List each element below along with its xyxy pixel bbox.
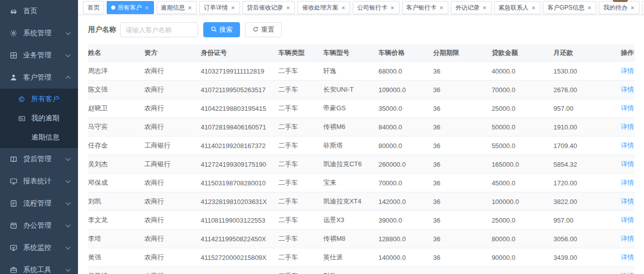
table-cell: 1910.00 (553, 118, 605, 136)
table-row: 李培农商行41142119950822450X二手车传祺M8128800.036… (88, 230, 635, 248)
table-action-cell: 详情 (605, 136, 635, 155)
table-action-cell: 详情 (605, 174, 635, 192)
tab-home[interactable]: 首页 (83, 1, 104, 14)
table-cell: 55000.0 (492, 136, 553, 155)
details-link[interactable]: 详情 (621, 67, 634, 75)
details-link[interactable]: 详情 (621, 86, 634, 93)
sidebar-item-customer-management[interactable]: 客户管理 (0, 66, 78, 89)
table-cell: 36 (433, 267, 492, 274)
close-icon[interactable]: × (390, 5, 395, 11)
gear-icon (9, 29, 18, 38)
sidebar-item-system-tools[interactable]: 系统工具 (0, 259, 78, 274)
table-cell: 36 (433, 248, 492, 267)
close-icon[interactable]: × (188, 5, 193, 11)
table-cell: 100000.0 (492, 192, 553, 211)
table-cell: 410327199111112819 (201, 62, 278, 81)
sidebar-item-label: 所有客户 (31, 95, 59, 104)
tab-collection-plans[interactable]: 催收处理方案× (297, 1, 350, 14)
active-tab-dot-icon (111, 6, 115, 10)
close-icon[interactable]: × (341, 5, 346, 11)
details-link[interactable]: 详情 (621, 160, 634, 168)
sidebar-item-system-monitoring[interactable]: 系统监控 (0, 237, 78, 259)
sidebar-item-process-management[interactable]: 流程管理 (0, 192, 78, 215)
tab-customer-gps-info[interactable]: 客户GPS信息× (543, 1, 596, 14)
sidebar-item-post-loan-management[interactable]: 贷后管理 (0, 148, 78, 170)
table-action-cell: 详情 (605, 155, 635, 174)
close-icon[interactable]: × (531, 5, 536, 11)
sidebar-item-overdue-info[interactable]: 逾期信息 (0, 128, 78, 147)
table-cell: 36 (433, 211, 492, 230)
sidebar-item-label: 报表统计 (23, 177, 51, 186)
chevron-up-icon (66, 76, 71, 81)
details-link[interactable]: 详情 (621, 197, 634, 205)
sidebar-item-office-management[interactable]: 办公管理 (0, 215, 78, 237)
table-cell: 赵晓卫 (88, 99, 144, 118)
tab-customer-bank-cards[interactable]: 客户银行卡× (402, 1, 449, 14)
close-icon[interactable]: × (587, 5, 592, 11)
sidebar-item-system-management[interactable]: 系统管理 (0, 22, 78, 44)
details-link[interactable]: 详情 (621, 179, 634, 186)
sidebar-item-label: 我的逾期 (31, 114, 59, 123)
refresh-icon (253, 26, 259, 34)
table-cell: 36 (433, 81, 492, 99)
reset-button[interactable]: 重置 (245, 22, 282, 37)
close-icon[interactable]: × (230, 5, 235, 11)
table-cell: 41142119950822450X (201, 230, 278, 248)
table-cell: 36 (433, 62, 492, 81)
details-link[interactable]: 详情 (621, 253, 634, 261)
details-link[interactable]: 详情 (621, 216, 634, 224)
close-icon[interactable]: × (286, 5, 291, 11)
table-cell: 50000.0 (492, 118, 553, 136)
table-cell: 36 (433, 174, 492, 192)
tab-company-bank-cards[interactable]: 公司银行卡× (353, 1, 399, 14)
table-cell: 工商银行 (144, 155, 201, 174)
table-cell: 帝豪GS (323, 99, 378, 118)
search-button[interactable]: 搜索 (203, 22, 240, 37)
table-cell: 1910.00 (553, 267, 605, 274)
close-icon[interactable]: × (630, 5, 635, 11)
table-cell: 农商行 (144, 62, 201, 81)
sidebar-item-business-management[interactable]: 业务管理 (0, 44, 78, 66)
table-cell: 410721199505263517 (201, 81, 278, 99)
details-link[interactable]: 详情 (621, 142, 634, 149)
tab-visit-records[interactable]: 外访记录× (451, 1, 492, 14)
close-icon[interactable]: × (482, 5, 487, 11)
tab-my-process[interactable]: 我的流程× (642, 1, 644, 14)
details-link[interactable]: 详情 (621, 272, 634, 274)
monitor-check-icon (9, 243, 18, 252)
close-icon[interactable]: × (144, 5, 149, 11)
table-cell: 吴刘杰 (88, 155, 144, 174)
chevron-down-icon (66, 223, 71, 228)
tab-label: 外访记录 (455, 4, 479, 12)
customer-name-input[interactable] (120, 22, 198, 37)
table-cell: 农商行 (144, 230, 201, 248)
table-row: 马守宾农商行410728198406160571二手车传祺M684000.036… (88, 118, 635, 136)
details-link[interactable]: 详情 (621, 104, 634, 112)
tab-order-details[interactable]: 订单详情× (199, 1, 240, 14)
tab-post-loan-collection-records[interactable]: 贷后催收记录× (243, 1, 295, 14)
avatar-fragment (613, 0, 628, 2)
details-link[interactable]: 详情 (621, 235, 634, 242)
close-icon[interactable]: × (439, 5, 444, 11)
table-cell: 传祺M8 (323, 230, 378, 248)
table-cell: 农商行 (144, 81, 201, 99)
sidebar-item-my-overdue[interactable]: 我的逾期 (0, 109, 78, 128)
table-cell: 410728198406160571 (201, 118, 278, 136)
table-column-header: 贷款金额 (492, 44, 553, 62)
sidebar-item-home[interactable]: 首页 (0, 0, 78, 22)
tab-emergency-contacts[interactable]: 紧急联系人× (494, 1, 541, 14)
sidebar-item-report-statistics[interactable]: 报表统计 (0, 170, 78, 192)
tab-all-customers[interactable]: 所有客户× (107, 1, 154, 14)
chevron-down-icon (66, 30, 71, 35)
tab-label: 客户银行卡 (407, 4, 437, 12)
table-cell: 周志洋 (88, 62, 144, 81)
table-column-header: 操作 (605, 44, 635, 62)
tab-overdue-info[interactable]: 逾期信息× (156, 1, 197, 14)
details-link[interactable]: 详情 (621, 123, 634, 130)
table-cell: 农商行 (144, 267, 201, 274)
tab-my-todo[interactable]: 我的待办× (599, 1, 639, 14)
sidebar-item-label: 业务管理 (23, 51, 51, 60)
sidebar-item-all-customers[interactable]: 所有客户 (0, 90, 78, 109)
no-icon (17, 133, 26, 142)
table-cell: 40000.0 (492, 62, 553, 81)
